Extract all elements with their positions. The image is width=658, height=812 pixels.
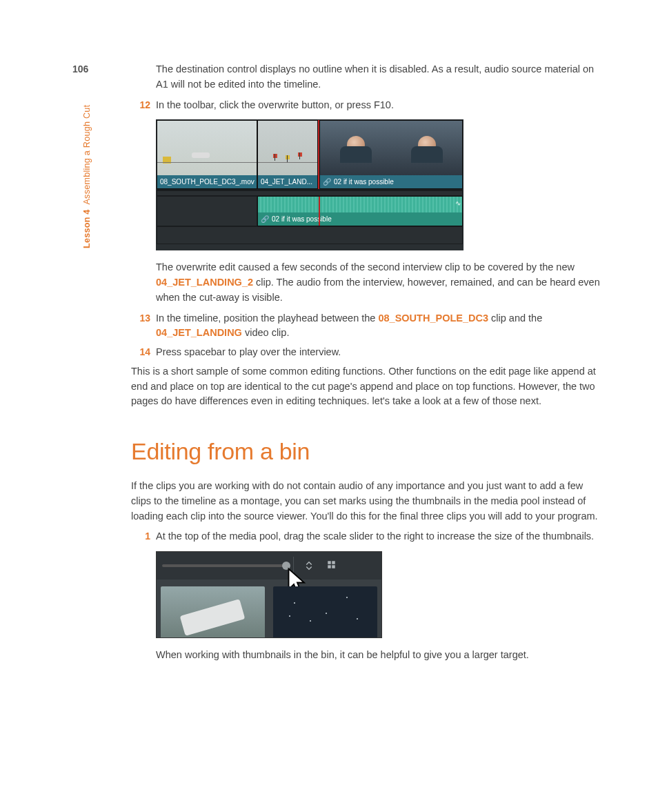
step-number: 1 — [131, 529, 156, 544]
figure-caption: When working with thumbnails in the bin,… — [156, 648, 603, 663]
step-14: 14 Press spacebar to play over the inter… — [131, 345, 603, 360]
step-number: 12 — [131, 98, 156, 112]
summary-paragraph: This is a short sample of some common ed… — [131, 364, 603, 409]
link-icon: 🔗 — [323, 177, 331, 187]
figure-timeline: 08_SOUTH_POLE_DC3_.mov 04_JET_LAND... — [156, 119, 463, 250]
step-number: 13 — [131, 311, 156, 326]
section-heading: Editing from a bin — [131, 434, 603, 469]
thumbnail-stars[interactable] — [273, 586, 377, 638]
audio-label-linked: 🔗 02 if it was possible — [258, 212, 462, 226]
clip-label: 08_SOUTH_POLE_DC3_.mov — [157, 175, 257, 188]
clip-label: 04_JET_LAND... — [258, 175, 317, 188]
step-text: At the top of the media pool, drag the s… — [156, 529, 603, 544]
step-12: 12 In the toolbar, click the overwrite b… — [131, 98, 603, 113]
svg-rect-0 — [328, 561, 331, 564]
thumbnail-plane[interactable] — [161, 586, 265, 638]
link-icon: 🔗 — [261, 214, 269, 224]
paragraph: The overwrite edit caused a few seconds … — [156, 260, 603, 305]
figure-media-pool-toolbar — [156, 551, 382, 638]
step-text: In the toolbar, click the overwrite butt… — [156, 98, 603, 113]
page-number: 106 — [72, 62, 88, 77]
scale-slider[interactable] — [162, 564, 286, 567]
step-number: 14 — [131, 345, 156, 359]
svg-rect-2 — [328, 565, 331, 568]
section-intro: If the clips you are working with do not… — [131, 479, 603, 524]
clip-label-linked: 🔗 02 if it was possible — [320, 175, 462, 188]
step-13: 13 In the timeline, position the playhea… — [131, 311, 603, 341]
running-head: Lesson 4 Assembling a Rough Cut — [81, 105, 94, 248]
thumbnail-view-icon[interactable] — [324, 557, 341, 574]
svg-rect-3 — [332, 565, 335, 568]
svg-rect-1 — [332, 561, 335, 564]
step-text: In the timeline, position the playhead b… — [156, 311, 603, 341]
step-1: 1 At the top of the media pool, drag the… — [131, 529, 603, 544]
step-text: Press spacebar to play over the intervie… — [156, 345, 603, 360]
intro-paragraph: The destination control displays no outl… — [156, 62, 603, 92]
